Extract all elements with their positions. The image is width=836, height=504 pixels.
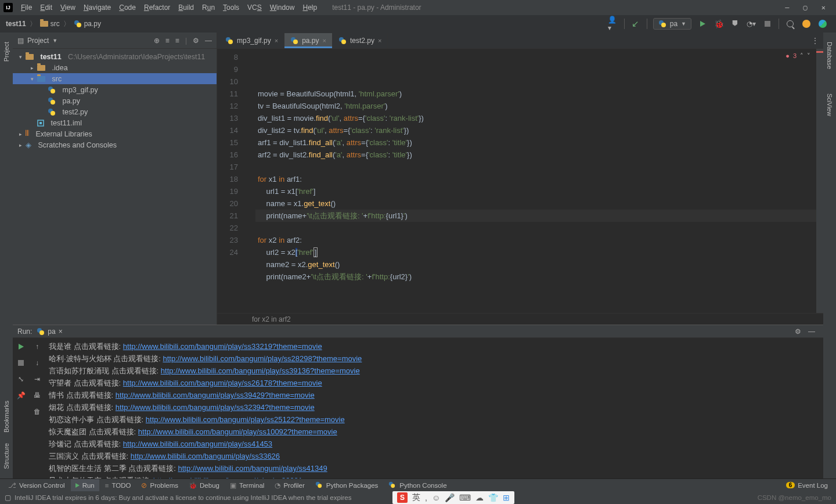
- menu-tools[interactable]: Tools: [219, 2, 243, 13]
- menu-help[interactable]: Help: [299, 2, 320, 13]
- project-view-label[interactable]: Project: [27, 37, 49, 45]
- watermark: CSDN @nemo_emo_mo: [758, 494, 831, 501]
- down-icon[interactable]: ↓: [32, 358, 42, 368]
- close-icon[interactable]: ×: [323, 37, 326, 44]
- ide-feature-icon[interactable]: [817, 19, 828, 29]
- fold-column[interactable]: [247, 49, 255, 313]
- structure-tool-button[interactable]: Structure: [2, 440, 11, 473]
- left-tool-strip: Project Bookmarks Structure: [0, 33, 13, 478]
- python-icon: [658, 20, 666, 28]
- build-icon[interactable]: ↙: [630, 19, 641, 29]
- run-configuration-selector[interactable]: pa ▼: [653, 18, 691, 30]
- chevron-down-icon: ▼: [681, 21, 686, 27]
- svg-point-5: [51, 89, 55, 93]
- close-icon[interactable]: ×: [378, 37, 381, 44]
- expand-all-icon[interactable]: ≡: [165, 37, 170, 45]
- run-hide-icon[interactable]: —: [808, 327, 815, 336]
- inspection-widget[interactable]: ● 3 ˄ ˅: [785, 50, 816, 62]
- svg-point-1: [77, 23, 81, 27]
- tab-debug[interactable]: 🐞Debug: [184, 479, 224, 491]
- console-output[interactable]: 我是谁 点击观看链接: http://www.bilibili.com/bang…: [45, 338, 823, 478]
- editor-tab-pa-py[interactable]: pa.py×: [284, 33, 333, 48]
- stop-button[interactable]: [762, 19, 773, 29]
- database-tool-button[interactable]: Database: [825, 38, 834, 73]
- clear-icon[interactable]: 🗑: [32, 406, 42, 417]
- rerun-button[interactable]: [16, 341, 26, 352]
- menu-code[interactable]: Code: [116, 2, 139, 13]
- settings-gear-icon[interactable]: ⚙: [193, 37, 199, 45]
- soft-wrap-icon[interactable]: ⇥: [32, 374, 42, 384]
- tab-event-log[interactable]: 6Event Log: [781, 479, 833, 491]
- up-icon[interactable]: ↑: [32, 341, 42, 352]
- menubar: IJ File Edit View Navigate Code Refactor…: [0, 0, 836, 15]
- window-title: test11 - pa.py - Administrator: [322, 3, 421, 12]
- sciview-tool-button[interactable]: SciView: [825, 90, 834, 120]
- run-tool-window: Run: pa × ⚙ — ⤡ 📌: [13, 325, 823, 478]
- error-stripe[interactable]: [816, 49, 823, 313]
- layout-icon[interactable]: ⤡: [16, 374, 26, 384]
- scratch-icon: ◈: [26, 141, 31, 149]
- tab-run[interactable]: Run: [71, 479, 99, 491]
- tab-terminal[interactable]: ▣Terminal: [225, 479, 269, 491]
- run-button[interactable]: [697, 19, 708, 29]
- pin-icon[interactable]: 📌: [16, 390, 26, 401]
- error-icon: ●: [785, 50, 790, 62]
- menu-refactor[interactable]: Refactor: [140, 2, 174, 13]
- menu-vcs[interactable]: VCS: [244, 2, 265, 13]
- tab-problems[interactable]: ⊘Problems: [136, 479, 183, 491]
- bookmarks-tool-button[interactable]: Bookmarks: [2, 397, 11, 436]
- breadcrumb[interactable]: test11 〉 src 〉 pa.py: [6, 19, 101, 29]
- hide-tool-window-icon[interactable]: —: [205, 37, 212, 45]
- select-opened-file-icon[interactable]: ⊕: [154, 37, 160, 45]
- stop-button[interactable]: [16, 358, 26, 368]
- tab-profiler[interactable]: ◔Profiler: [270, 479, 309, 491]
- tab-version-control[interactable]: ⎇Version Control: [3, 479, 70, 491]
- svg-point-15: [293, 39, 298, 44]
- run-toolbar-left2: ↑ ↓ ⇥ 🖶 🗑: [29, 338, 45, 478]
- editor-gutter[interactable]: 89101112131415161718192021222324: [217, 49, 247, 313]
- close-icon[interactable]: ×: [275, 37, 278, 44]
- tab-todo[interactable]: ≡TODO: [100, 479, 136, 491]
- debug-button[interactable]: 🐞: [714, 19, 724, 29]
- project-tool-button[interactable]: Project: [2, 38, 11, 65]
- svg-point-13: [228, 39, 233, 44]
- editor-tab-mp3_gif-py[interactable]: mp3_gif.py×: [219, 33, 284, 48]
- project-tree[interactable]: ▾ test11 C:\Users\Administrator\IdeaProj…: [13, 49, 217, 325]
- code-content[interactable]: ● 3 ˄ ˅ movie = BeautifulSoup(html1, 'ht…: [255, 49, 816, 313]
- editor: mp3_gif.py×pa.py×test2.py× ⋮ 89101112131…: [217, 33, 823, 325]
- search-everywhere-icon[interactable]: [785, 19, 795, 29]
- chevron-down-icon[interactable]: ▼: [52, 38, 57, 44]
- menu-run[interactable]: Run: [199, 2, 218, 13]
- tab-python-packages[interactable]: Python Packages: [311, 479, 383, 491]
- tab-python-console[interactable]: Python Console: [384, 479, 451, 491]
- menu-edit[interactable]: Edit: [37, 2, 56, 13]
- ime-indicator[interactable]: S 英 ,☺🎤⌨☁👕⊞: [392, 491, 514, 504]
- collapse-all-icon[interactable]: ≡: [175, 37, 179, 45]
- app-icon: IJ: [3, 3, 13, 12]
- window-minimize[interactable]: —: [785, 3, 789, 12]
- run-label: Run:: [17, 327, 32, 336]
- editor-tab-test2-py[interactable]: test2.py×: [333, 33, 388, 48]
- window-maximize[interactable]: ▢: [803, 3, 808, 12]
- coverage-button[interactable]: ⛊: [730, 19, 740, 29]
- window-close[interactable]: ✕: [821, 3, 826, 12]
- menu-file[interactable]: File: [17, 2, 35, 13]
- menu-build[interactable]: Build: [175, 2, 197, 13]
- run-config-tab[interactable]: pa ×: [32, 327, 67, 336]
- navigation-bar: test11 〉 src 〉 pa.py 👤▾ ↙ pa ▼ 🐞 ⛊ ◔▾: [0, 15, 836, 33]
- close-tab-icon[interactable]: ×: [59, 327, 63, 336]
- editor-tabs-more-icon[interactable]: ⋮: [812, 37, 823, 45]
- menu-navigate[interactable]: Navigate: [80, 2, 114, 13]
- status-bar: ▢ IntelliJ IDEA trial expires in 6 days:…: [0, 491, 836, 504]
- add-user-icon[interactable]: 👤▾: [608, 19, 618, 29]
- inspection-down-icon[interactable]: ˅: [807, 50, 810, 62]
- svg-point-7: [51, 100, 55, 105]
- print-icon[interactable]: 🖶: [32, 390, 42, 401]
- profile-button[interactable]: ◔▾: [746, 19, 756, 29]
- menu-window[interactable]: Window: [266, 2, 298, 13]
- ide-help-icon[interactable]: [801, 19, 812, 29]
- run-settings-gear-icon[interactable]: ⚙: [795, 327, 801, 336]
- menu-view[interactable]: View: [57, 2, 79, 13]
- status-icon[interactable]: ▢: [5, 494, 11, 502]
- inspection-up-icon[interactable]: ˄: [800, 50, 803, 62]
